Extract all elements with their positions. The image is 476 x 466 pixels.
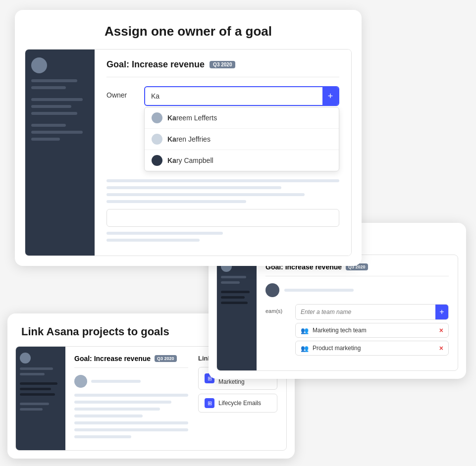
input-empty	[106, 209, 339, 227]
project-icon-2: ⊞	[205, 398, 214, 408]
sidebar-avatar	[31, 57, 47, 73]
sidebar-line-2	[31, 86, 66, 89]
goal-header-3: Goal: Increase revenue Q3 2020	[74, 355, 188, 368]
owner-dropdown[interactable]: + Kareem Lefferts Karen Jeffries	[144, 86, 339, 171]
sidebar-circle-3	[20, 353, 31, 363]
sidebar-dark	[25, 50, 95, 256]
team-plus-button[interactable]: +	[435, 305, 448, 319]
sidebar-line-3	[31, 98, 83, 101]
owner-plus-button[interactable]: +	[322, 87, 338, 105]
dropdown-item-3[interactable]: Kary Campbell	[145, 150, 339, 171]
dropdown-name-3: Kary Campbell	[167, 156, 213, 164]
team-remove-1[interactable]: ×	[439, 326, 443, 334]
goal-title-3: Goal: Increase revenue	[74, 355, 151, 362]
sidebar-line-8	[31, 138, 60, 141]
team-name-input[interactable]	[296, 306, 435, 318]
owner-input[interactable]	[145, 88, 322, 104]
team-row: eam(s) + 👥 Marketing tech team ×	[265, 304, 449, 359]
team-icon-2: 👥	[301, 345, 309, 352]
card2-mockup: Goal: Increase revenue Q3 2020 eam(s) +	[216, 255, 458, 371]
owner-section-sm	[265, 283, 449, 297]
dropdown-name-1: Kareem Lefferts	[167, 114, 217, 122]
sidebar-line-5	[31, 112, 77, 115]
project-tag-2: ⊞ Lifecycle Emails	[198, 394, 277, 413]
owner-input-row: +	[144, 86, 339, 106]
team-tag-2: 👥 Product marketing ×	[295, 341, 449, 356]
owner-row: Owner + Kareem Lefferts	[106, 86, 339, 171]
team-name-1: Marketing tech team	[313, 327, 367, 334]
team-label: eam(s)	[265, 304, 290, 314]
dropdown-name-2: Karen Jeffries	[167, 135, 211, 143]
main-content-area: Goal: Increase revenue Q3 2020 Owner +	[95, 50, 351, 256]
sidebar-line-4	[31, 105, 71, 108]
sidebar-dark-3	[16, 347, 65, 450]
team-name-2: Product marketing	[313, 345, 361, 352]
goal-title: Goal: Increase revenue	[106, 59, 205, 70]
goal-header: Goal: Increase revenue Q3 2020	[106, 59, 339, 77]
owner-line-sm	[284, 289, 354, 292]
owner-label: Owner	[106, 86, 136, 99]
avatar-3	[74, 375, 87, 388]
page-container: Assign one owner of a goal Goal: Increas…	[0, 0, 476, 466]
card1-mockup: Goal: Increase revenue Q3 2020 Owner +	[25, 49, 352, 256]
content-lines	[106, 179, 339, 203]
card1-title: Assign one owner of a goal	[15, 10, 362, 49]
project-name-2: Lifecycle Emails	[218, 400, 261, 407]
left-col-3: Goal: Increase revenue Q3 2020	[74, 355, 188, 442]
avatar-sm	[265, 283, 279, 297]
owner-line-3	[91, 380, 141, 383]
sidebar-dark-sm	[217, 255, 257, 370]
team-remove-2[interactable]: ×	[439, 344, 443, 352]
team-input-row: +	[295, 304, 449, 320]
team-tag-1: 👥 Marketing tech team ×	[295, 323, 449, 338]
team-icon-1: 👥	[301, 327, 309, 334]
team-section: + 👥 Marketing tech team × 👥	[295, 304, 449, 359]
sidebar-line-7	[31, 131, 83, 134]
q3-badge: Q3 2020	[210, 61, 235, 68]
dropdown-list: Kareem Lefferts Karen Jeffries Kary Camp…	[144, 107, 339, 171]
avatar-kary	[152, 155, 162, 166]
dropdown-item-1[interactable]: Kareem Lefferts	[145, 107, 339, 129]
dropdown-item-2[interactable]: Karen Jeffries	[145, 129, 339, 150]
q3-badge-3: Q3 2020	[155, 355, 177, 362]
sidebar-line-1	[31, 79, 77, 82]
card-assign-owner: Assign one owner of a goal Goal: Increas…	[15, 10, 362, 266]
main-content-sm: Goal: Increase revenue Q3 2020 eam(s) +	[257, 255, 458, 370]
avatar-karen	[152, 134, 162, 145]
sidebar-line-6	[31, 124, 66, 127]
avatar-kareem	[152, 112, 162, 123]
